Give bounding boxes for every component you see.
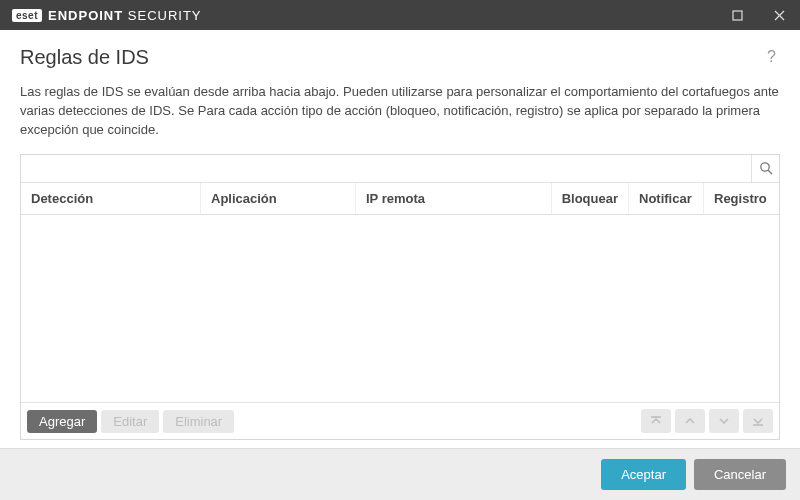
move-top-icon (650, 415, 662, 427)
rules-panel: Detección Aplicación IP remota Bloquear … (20, 154, 780, 440)
col-deteccion[interactable]: Detección (21, 183, 201, 214)
close-icon (774, 10, 785, 21)
brand-name: ENDPOINT SECURITY (48, 8, 202, 23)
maximize-icon (732, 10, 743, 21)
move-down-button (709, 409, 739, 433)
move-up-button (675, 409, 705, 433)
col-aplicacion[interactable]: Aplicación (201, 183, 356, 214)
col-bloquear[interactable]: Bloquear (552, 183, 629, 214)
page-title: Reglas de IDS (20, 46, 763, 69)
move-down-icon (718, 415, 730, 427)
edit-button: Editar (101, 410, 159, 433)
page-description: Las reglas de IDS se evalúan desde arrib… (20, 83, 780, 140)
titlebar: eset ENDPOINT SECURITY (0, 0, 800, 30)
help-icon[interactable]: ? (763, 46, 780, 68)
dialog-footer: Aceptar Cancelar (0, 448, 800, 500)
table-header: Detección Aplicación IP remota Bloquear … (21, 183, 779, 215)
brand-badge: eset (12, 9, 42, 22)
table-body (21, 215, 779, 402)
move-bottom-icon (752, 415, 764, 427)
svg-point-1 (760, 163, 768, 171)
brand-name-light: SECURITY (128, 8, 202, 23)
cancel-button[interactable]: Cancelar (694, 459, 786, 490)
brand-name-bold: ENDPOINT (48, 8, 123, 23)
move-top-button (641, 409, 671, 433)
panel-actions: Agregar Editar Eliminar (21, 402, 779, 439)
move-up-icon (684, 415, 696, 427)
move-bottom-button (743, 409, 773, 433)
search-row (21, 155, 779, 183)
col-notificar[interactable]: Notificar (629, 183, 704, 214)
col-ip-remota[interactable]: IP remota (356, 183, 552, 214)
delete-button: Eliminar (163, 410, 234, 433)
accept-button[interactable]: Aceptar (601, 459, 686, 490)
col-registro[interactable]: Registro (704, 183, 779, 214)
search-icon (759, 161, 773, 175)
search-input[interactable] (21, 155, 751, 182)
maximize-button[interactable] (716, 0, 758, 30)
svg-rect-0 (733, 11, 742, 20)
add-button[interactable]: Agregar (27, 410, 97, 433)
content-area: Reglas de IDS ? Las reglas de IDS se eva… (0, 30, 800, 448)
search-button[interactable] (751, 155, 779, 182)
close-button[interactable] (758, 0, 800, 30)
